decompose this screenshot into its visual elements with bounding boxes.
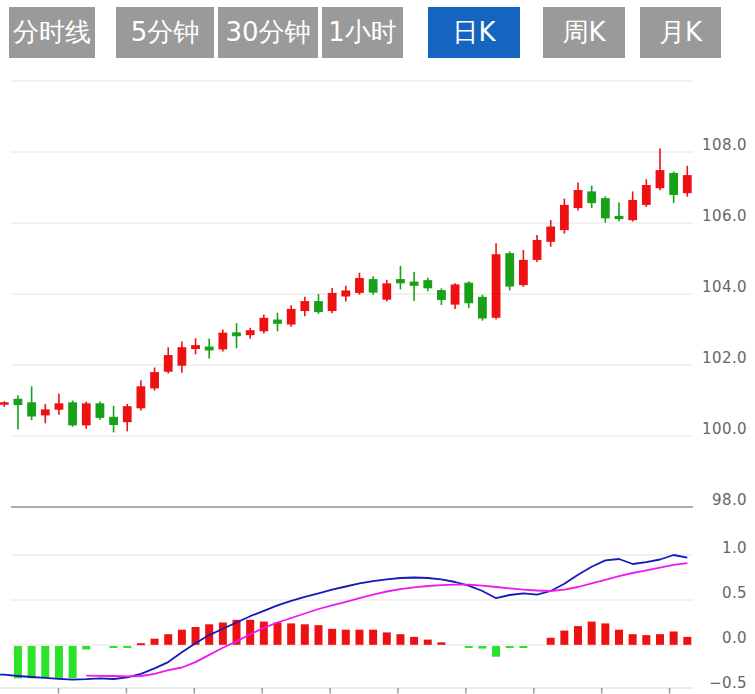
macd-histogram-bar	[55, 646, 63, 679]
macd-histogram-bar	[670, 632, 678, 645]
candle-body	[587, 191, 596, 203]
macd-axis-label: 1.0	[722, 539, 747, 557]
macd-histogram-bar	[465, 646, 473, 648]
candle-body	[451, 284, 460, 304]
macd-histogram-bar	[506, 646, 514, 648]
macd-histogram-bar	[28, 646, 36, 678]
kline-chart-app: { "toolbar": { "buttons": [ {"label": "分…	[0, 0, 755, 694]
macd-histogram-bar	[519, 646, 527, 648]
candle-body	[246, 330, 255, 335]
candle-body	[14, 399, 23, 405]
candle-body	[560, 205, 569, 230]
macd-histogram-bar	[656, 634, 664, 645]
candle-body	[328, 293, 337, 311]
candle-body	[123, 406, 132, 422]
candle-body	[287, 309, 296, 325]
macd-histogram-bar	[69, 646, 77, 678]
candle-body	[492, 254, 501, 318]
macd-histogram-bar	[178, 630, 186, 645]
dif-line	[0, 555, 687, 680]
price-axis-label: 108.0	[702, 136, 747, 154]
candle-body	[369, 279, 378, 292]
macd-histogram-bar	[41, 646, 49, 677]
macd-axis-label: −0.5	[709, 674, 747, 692]
candle-body	[314, 301, 323, 312]
candle-body	[478, 297, 487, 319]
candle-body	[382, 283, 391, 299]
macd-histogram-bar	[219, 623, 227, 645]
candle-body	[423, 280, 432, 288]
candle-body	[55, 403, 64, 409]
candle-body	[437, 290, 446, 300]
macd-histogram-bar	[287, 623, 295, 644]
candle-body	[628, 200, 637, 220]
candle-body	[0, 402, 9, 404]
macd-axis-label: 0.5	[722, 584, 747, 602]
macd-histogram-bar	[642, 635, 650, 645]
candle-body	[109, 417, 118, 425]
candle-body	[656, 170, 665, 188]
candle-body	[27, 402, 36, 416]
macd-histogram-bar	[110, 646, 118, 648]
macd-histogram-bar	[137, 643, 145, 645]
candle-body	[546, 227, 555, 242]
chart-canvas[interactable]: 108.0106.0104.0102.0100.098.01.00.50.0−0…	[0, 0, 755, 694]
price-axis-label: 104.0	[702, 278, 747, 296]
candle-body	[137, 386, 146, 408]
macd-histogram-bar	[437, 642, 445, 645]
candle-body	[519, 260, 528, 285]
macd-histogram-bar	[301, 624, 309, 645]
macd-histogram-bar	[274, 623, 282, 645]
macd-histogram-bar	[164, 634, 172, 645]
macd-histogram-bar	[410, 637, 418, 645]
candle-body	[232, 332, 241, 336]
macd-histogram-bar	[260, 622, 268, 645]
candle-body	[669, 173, 678, 195]
macd-histogram-bar	[615, 630, 623, 645]
macd-histogram-bar	[314, 625, 322, 645]
macd-histogram-bar	[560, 631, 568, 645]
candle-body	[574, 190, 583, 208]
price-axis-label: 100.0	[702, 420, 747, 438]
candle-body	[82, 403, 91, 425]
macd-histogram-bar	[574, 626, 582, 645]
macd-histogram-bar	[82, 646, 90, 650]
price-axis-label: 102.0	[702, 349, 747, 367]
candle-body	[300, 301, 309, 311]
macd-axis-label: 0.0	[722, 629, 747, 647]
macd-histogram-bar	[396, 634, 404, 645]
macd-histogram-bar	[601, 623, 609, 644]
candle-body	[533, 240, 542, 260]
candle-body	[505, 253, 514, 286]
macd-histogram-bar	[14, 646, 22, 678]
candle-body	[96, 403, 105, 418]
macd-histogram-bar	[683, 637, 691, 645]
candle-body	[259, 318, 268, 331]
candle-body	[177, 347, 186, 365]
macd-histogram-bar	[492, 646, 500, 657]
candle-body	[615, 216, 624, 219]
macd-histogram-bar	[123, 646, 131, 648]
candle-body	[164, 355, 173, 372]
macd-histogram-bar	[383, 632, 391, 644]
candle-body	[205, 347, 214, 351]
macd-histogram-bar	[355, 630, 363, 645]
macd-histogram-bar	[369, 630, 377, 645]
candle-body	[464, 283, 473, 304]
macd-histogram-bar	[424, 640, 432, 645]
candle-body	[642, 185, 651, 205]
macd-histogram-bar	[547, 638, 555, 645]
candle-body	[396, 279, 405, 283]
macd-histogram-bar	[588, 622, 596, 645]
macd-histogram-bar	[151, 639, 159, 645]
macd-histogram-bar	[629, 634, 637, 645]
candle-body	[273, 320, 282, 324]
candle-body	[601, 198, 610, 218]
price-axis-label: 106.0	[702, 207, 747, 225]
macd-histogram-bar	[342, 630, 350, 645]
candle-body	[218, 333, 227, 350]
candle-body	[341, 290, 350, 296]
macd-histogram-bar	[328, 629, 336, 645]
candle-body	[150, 372, 159, 388]
candle-body	[41, 409, 50, 415]
